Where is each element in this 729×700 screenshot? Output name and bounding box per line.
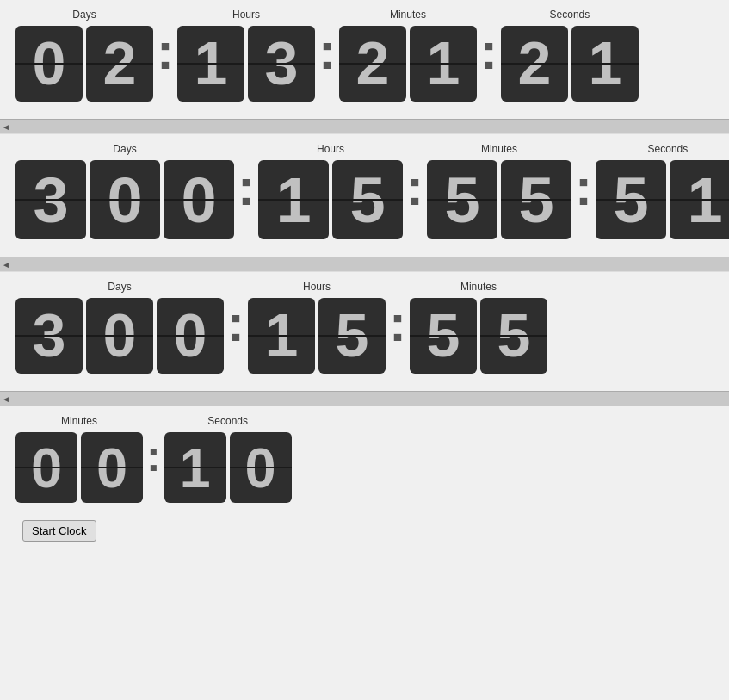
clock-display-2: Days 3 0 0 : Hours 1 5 : Minutes 5 5 : [9,143,720,239]
separator: : [234,162,258,214]
digit-card: 3 [15,160,86,239]
clock-section-1: Days 0 2 : Hours 1 3 : Minutes 2 1 : [0,0,729,119]
clock-display-1: Days 0 2 : Hours 1 3 : Minutes 2 1 : [9,9,720,102]
digit-card: 5 [410,298,477,374]
minutes-label-1: Minutes [390,9,426,21]
digit-card: 1 [571,26,639,102]
digit-card: 1 [410,26,477,102]
separator: : [315,26,339,77]
digit-card: 0 [90,160,160,239]
digit-card: 5 [318,298,386,374]
digit-card: 5 [332,160,403,239]
seconds-label-2: Seconds [648,143,689,155]
minutes-group-1: Minutes 2 1 [339,9,477,102]
hours-group-3: Hours 1 5 [248,281,386,374]
minutes-label-4: Minutes [61,415,97,427]
clock-section-4: Minutes 0 0 : Seconds 1 0 Start Clock [0,406,729,562]
days-group-3: Days 3 0 0 [15,281,224,374]
hours-group-1: Hours 1 3 [177,9,315,102]
separator: : [153,26,177,77]
digit-card: 0 [15,432,77,503]
minutes-group-4: Minutes 0 0 [15,415,143,503]
clock-display-4: Minutes 0 0 : Seconds 1 0 [9,415,720,503]
minutes-digits-2: 5 5 [427,160,571,239]
digit-card: 1 [670,160,729,239]
start-clock-button[interactable]: Start Clock [22,520,96,542]
digit-card: 3 [248,26,315,102]
days-group-2: Days 3 0 0 [15,143,234,239]
digit-card: 0 [81,432,143,503]
seconds-label-1: Seconds [550,9,590,21]
digit-card: 0 [230,432,292,503]
digit-card: 1 [258,160,329,239]
days-label-3: Days [108,281,131,293]
digit-card: 1 [164,432,226,503]
clock-section-2: Days 3 0 0 : Hours 1 5 : Minutes 5 5 : [0,134,729,257]
minutes-digits-4: 0 0 [15,432,143,503]
digit-card: 2 [501,26,568,102]
divider-3 [0,391,729,406]
minutes-digits-3: 5 5 [410,298,547,374]
digit-card: 5 [427,160,497,239]
digit-card: 0 [157,298,224,374]
days-digits-1: 0 2 [15,26,153,102]
digit-card: 2 [339,26,406,102]
separator: : [143,435,164,478]
digit-card: 0 [86,298,153,374]
seconds-digits-2: 5 1 [596,160,729,239]
separator: : [571,162,596,214]
digit-card: 2 [86,26,153,102]
minutes-label-2: Minutes [481,143,517,155]
days-group-1: Days 0 2 [15,9,153,102]
seconds-group-4: Seconds 1 0 [164,415,292,503]
seconds-label-4: Seconds [207,415,248,427]
clock-section-3: Days 3 0 0 : Hours 1 5 : Minutes 5 5 [0,272,729,391]
clock-display-3: Days 3 0 0 : Hours 1 5 : Minutes 5 5 [9,281,720,374]
hours-label-2: Hours [317,143,344,155]
seconds-digits-4: 1 0 [164,432,292,503]
minutes-label-3: Minutes [460,281,497,293]
digit-card: 3 [15,298,83,374]
hours-label-1: Hours [232,9,260,21]
digit-card: 1 [177,26,244,102]
digit-card: 5 [480,298,547,374]
divider-2 [0,257,729,272]
separator: : [224,298,248,350]
hours-label-3: Hours [303,281,331,293]
digit-card: 5 [596,160,666,239]
hours-digits-3: 1 5 [248,298,386,374]
minutes-group-3: Minutes 5 5 [410,281,547,374]
days-label-1: Days [72,9,96,21]
divider-1 [0,119,729,134]
digit-card: 1 [248,298,315,374]
separator: : [386,298,410,350]
days-digits-3: 3 0 0 [15,298,224,374]
hours-group-2: Hours 1 5 [258,143,403,239]
seconds-group-2: Seconds 5 1 [596,143,729,239]
separator: : [477,26,501,77]
seconds-digits-1: 2 1 [501,26,639,102]
minutes-group-2: Minutes 5 5 [427,143,571,239]
hours-digits-2: 1 5 [258,160,403,239]
digit-card: 5 [501,160,571,239]
hours-digits-1: 1 3 [177,26,315,102]
seconds-group-1: Seconds 2 1 [501,9,639,102]
digit-card: 0 [15,26,83,102]
days-digits-2: 3 0 0 [15,160,234,239]
days-label-2: Days [113,143,136,155]
separator: : [403,162,427,214]
digit-card: 0 [164,160,234,239]
minutes-digits-1: 2 1 [339,26,477,102]
